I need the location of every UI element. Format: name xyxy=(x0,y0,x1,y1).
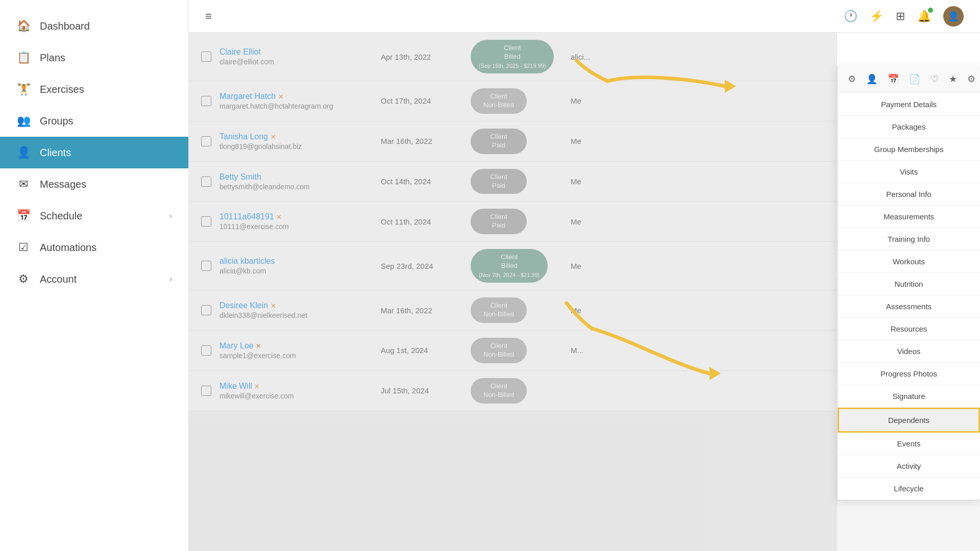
exercises-icon: 🏋 xyxy=(16,83,31,96)
context-menu-item-dependents[interactable]: Dependents xyxy=(838,408,980,433)
client-date: Sep 23rd, 2024 xyxy=(381,262,462,270)
client-trainer: Me xyxy=(571,306,622,315)
settings-icon[interactable]: ⚙ xyxy=(965,71,977,87)
client-name-link[interactable]: Margaret Hatch xyxy=(219,92,276,101)
client-name-link[interactable]: alicia kbarticles xyxy=(219,257,275,265)
context-menu-item-events[interactable]: Events xyxy=(838,433,980,455)
context-menu-item-assessments[interactable]: Assessments xyxy=(838,295,980,318)
calendar-icon[interactable]: 📅 xyxy=(886,71,901,87)
chevron-icon-account: › xyxy=(169,274,172,284)
sidebar-label-plans: Plans xyxy=(40,52,65,64)
row-checkbox[interactable] xyxy=(201,216,211,227)
context-menu-item-payment-details[interactable]: Payment Details xyxy=(838,93,980,116)
client-email: margaret.hatch@hctahteragram.org xyxy=(219,102,373,110)
account-icon: ⚙ xyxy=(16,272,31,286)
groups-icon: 👥 xyxy=(16,114,31,128)
context-menu-item-activity[interactable]: Activity xyxy=(838,455,980,478)
sidebar-item-exercises[interactable]: 🏋 Exercises xyxy=(0,73,188,105)
schedule-icon: 📅 xyxy=(16,209,31,222)
sidebar-item-schedule[interactable]: 📅 Schedule › xyxy=(0,200,188,232)
context-menu-item-workouts[interactable]: Workouts xyxy=(838,251,980,273)
client-info: 10111a648191 ✕ 10111@exercise.com xyxy=(219,212,373,231)
sidebar: 🏠 Dashboard 📋 Plans 🏋 Exercises 👥 Groups… xyxy=(0,0,189,551)
row-checkbox[interactable] xyxy=(201,305,211,315)
context-menu-item-resources[interactable]: Resources xyxy=(838,318,980,340)
context-menu-item-training-info[interactable]: Training Info xyxy=(838,228,980,251)
context-menu-item-signature[interactable]: Signature xyxy=(838,385,980,408)
content-area: Claire Elliot claire@elliot.com Apr 13th… xyxy=(189,33,980,551)
context-menu-item-packages[interactable]: Packages xyxy=(838,116,980,138)
row-checkbox[interactable] xyxy=(201,52,211,62)
client-name: Mike Will ✕ xyxy=(219,382,373,391)
lightning-icon[interactable]: ⚡ xyxy=(870,10,884,23)
client-name: Tanisha Long ✕ xyxy=(219,132,373,141)
client-email: bettysmith@cleandemo.com xyxy=(219,183,373,191)
client-trainer: Me xyxy=(571,262,622,270)
row-checkbox[interactable] xyxy=(201,136,211,146)
client-status: Client Non-Billed xyxy=(471,297,562,323)
topbar: ≡ 🕐 ⚡ ⊞ 🔔 👤 xyxy=(189,0,980,33)
context-menu-item-group-memberships[interactable]: Group Memberships xyxy=(838,138,980,161)
client-date: Mar 16th, 2022 xyxy=(381,306,462,315)
client-email: mikewill@exercise.com xyxy=(219,392,373,400)
client-email: 10111@exercise.com xyxy=(219,222,373,231)
row-checkbox[interactable] xyxy=(201,261,211,271)
client-name-link[interactable]: 10111a648191 xyxy=(219,212,274,221)
sidebar-item-messages[interactable]: ✉ Messages xyxy=(0,168,188,200)
context-menu-item-videos[interactable]: Videos xyxy=(838,340,980,363)
context-menu-item-lifecycle[interactable]: Lifecycle xyxy=(838,478,980,500)
menu-button[interactable]: ≡ xyxy=(205,10,212,23)
client-info: Betty Smith bettysmith@cleandemo.com xyxy=(219,172,373,191)
client-email: dklein338@nielkeerised.net xyxy=(219,311,373,319)
client-name-link[interactable]: Claire Elliot xyxy=(219,47,261,56)
document-icon[interactable]: 📄 xyxy=(907,71,922,87)
client-status: Client Paid xyxy=(471,169,562,194)
heart-icon[interactable]: ♡ xyxy=(928,71,941,87)
sidebar-label-account: Account xyxy=(40,273,77,285)
automations-icon: ☑ xyxy=(16,241,31,254)
context-menu-item-progress-photos[interactable]: Progress Photos xyxy=(838,363,980,385)
context-menu-item-personal-info[interactable]: Personal Info xyxy=(838,183,980,206)
sidebar-item-clients[interactable]: 👤 Clients xyxy=(0,137,188,168)
client-name-link[interactable]: Mary Loe xyxy=(219,341,254,350)
client-info: Claire Elliot claire@elliot.com xyxy=(219,47,373,66)
client-status: Client Billed (Sep 16th, 2025 - $219.99) xyxy=(471,40,562,73)
client-date: Oct 14th, 2024 xyxy=(381,177,462,186)
client-trainer: M... xyxy=(571,346,622,355)
client-name-link[interactable]: Betty Smith xyxy=(219,172,261,181)
sidebar-item-automations[interactable]: ☑ Automations xyxy=(0,232,188,263)
client-email: alicia@kb.com xyxy=(219,267,373,275)
history-icon[interactable]: 🕐 xyxy=(844,10,857,23)
sidebar-item-plans[interactable]: 📋 Plans xyxy=(0,42,188,73)
client-name-link[interactable]: Tanisha Long xyxy=(219,132,268,141)
sidebar-item-groups[interactable]: 👥 Groups xyxy=(0,105,188,137)
row-checkbox[interactable] xyxy=(201,345,211,356)
sidebar-item-dashboard[interactable]: 🏠 Dashboard xyxy=(0,10,188,42)
user-avatar[interactable]: 👤 xyxy=(943,6,964,27)
gear-icon[interactable]: ⚙ xyxy=(846,71,858,87)
bell-icon[interactable]: 🔔 xyxy=(917,10,931,23)
person-icon[interactable]: 👤 xyxy=(864,71,879,87)
grid-icon[interactable]: ⊞ xyxy=(896,10,905,23)
client-email: sample1@exercise.com xyxy=(219,352,373,360)
row-checkbox[interactable] xyxy=(201,177,211,187)
client-status: Client Billed (Nov 7th, 2024 - $21.99) xyxy=(471,249,562,283)
client-date: Oct 11th, 2024 xyxy=(381,217,462,226)
client-info: alicia kbarticles alicia@kb.com xyxy=(219,257,373,275)
row-checkbox[interactable] xyxy=(201,386,211,396)
messages-icon: ✉ xyxy=(16,178,31,191)
row-checkbox[interactable] xyxy=(201,96,211,106)
sidebar-label-exercises: Exercises xyxy=(40,84,84,95)
client-status: Client Paid xyxy=(471,209,562,234)
context-menu-item-nutrition[interactable]: Nutrition xyxy=(838,273,980,295)
context-menu-item-measurements[interactable]: Measurements xyxy=(838,206,980,228)
sidebar-item-account[interactable]: ⚙ Account › xyxy=(0,263,188,295)
client-date: Aug 1st, 2024 xyxy=(381,346,462,355)
star-icon[interactable]: ★ xyxy=(947,71,959,87)
client-name-link[interactable]: Desiree Klein xyxy=(219,301,268,310)
client-name-link[interactable]: Mike Will xyxy=(219,382,252,390)
client-name: Desiree Klein ✕ xyxy=(219,301,373,310)
client-info: Tanisha Long ✕ tlong819@gnolahsinat.biz xyxy=(219,132,373,151)
context-menu-item-visits[interactable]: Visits xyxy=(838,161,980,183)
client-name: Betty Smith xyxy=(219,172,373,182)
